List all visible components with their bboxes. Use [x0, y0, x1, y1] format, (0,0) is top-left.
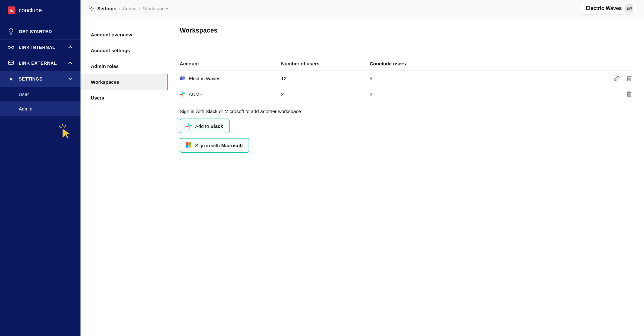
subnav-account-settings[interactable]: Account settings — [80, 43, 168, 58]
account-name: Electric Waves — [586, 5, 622, 11]
add-to-slack-button[interactable]: Add to Slack — [180, 119, 230, 133]
svg-line-10 — [65, 125, 66, 127]
nav-label: Link Internal — [19, 45, 63, 50]
signin-hint: Sign in with Slack or Microsoft to add a… — [180, 109, 632, 114]
crumb-workspaces[interactable]: Workspaces — [143, 6, 169, 11]
svg-point-6 — [12, 62, 13, 63]
svg-rect-22 — [180, 94, 182, 95]
logo-icon: /c — [8, 6, 15, 14]
subnav-users[interactable]: Users — [80, 90, 168, 106]
message-icon — [8, 60, 14, 66]
svg-rect-31 — [186, 145, 189, 148]
svg-line-8 — [62, 124, 63, 126]
main-area: Settings / Admin / Workspaces Electric W… — [80, 0, 644, 336]
workspace-name: ACME — [189, 91, 203, 97]
edit-icon[interactable] — [614, 75, 620, 82]
brand-logo[interactable]: /c conclude — [0, 0, 80, 24]
crumb-admin[interactable]: Admin — [123, 6, 137, 11]
svg-rect-28 — [186, 126, 189, 127]
svg-rect-20 — [183, 93, 185, 94]
svg-rect-29 — [186, 142, 189, 145]
svg-rect-13 — [182, 77, 185, 80]
crumb-sep: / — [119, 6, 120, 11]
slack-icon — [186, 123, 192, 129]
breadcrumb: Settings / Admin / Workspaces — [88, 5, 169, 12]
cell-conclude: 2 — [370, 91, 436, 97]
workspace-name: Electric Waves — [189, 76, 221, 81]
table-row: ACME 2 2 — [180, 86, 632, 102]
subnav-workspaces[interactable]: Workspaces — [80, 74, 168, 90]
sign-in-microsoft-button[interactable]: Sign in with Microsoft — [180, 138, 249, 153]
trash-icon[interactable] — [626, 75, 632, 82]
chevron-up-icon — [68, 61, 73, 66]
nav-label: Settings — [19, 76, 63, 82]
microsoft-icon — [186, 142, 192, 148]
svg-line-9 — [59, 126, 61, 128]
svg-point-5 — [11, 62, 11, 63]
content: Workspaces Account Number of users Concl… — [168, 17, 644, 336]
table-header: Account Number of users Conclude users — [180, 57, 632, 71]
svg-rect-12 — [180, 77, 183, 80]
header-conclude: Conclude users — [370, 61, 436, 66]
button-label: Sign in with Microsoft — [195, 143, 243, 148]
cell-conclude: 5 — [370, 76, 436, 81]
header-account: Account — [180, 61, 281, 66]
workspaces-table: Account Number of users Conclude users E… — [180, 57, 632, 102]
nav-link-internal[interactable]: Link Internal — [0, 40, 80, 55]
svg-rect-27 — [189, 126, 190, 129]
chevron-up-icon — [68, 45, 73, 50]
sidebar-item-admin[interactable]: Admin — [0, 101, 80, 116]
top-bar: Settings / Admin / Workspaces Electric W… — [80, 0, 644, 17]
svg-point-14 — [183, 76, 185, 77]
svg-point-11 — [91, 8, 92, 9]
chevron-down-icon — [68, 76, 73, 82]
crumb-settings[interactable]: Settings — [97, 6, 116, 11]
nav-get-started[interactable]: Get Started — [0, 24, 80, 40]
nav-label: Get Started — [19, 29, 73, 34]
svg-point-15 — [181, 76, 182, 77]
slack-icon — [180, 91, 185, 97]
svg-rect-21 — [182, 94, 183, 97]
nav-settings[interactable]: Settings — [0, 71, 80, 87]
lightbulb-icon — [8, 28, 14, 35]
brand-name: conclude — [19, 7, 42, 14]
cell-users: 2 — [281, 91, 370, 97]
trash-icon[interactable] — [626, 91, 632, 97]
nav-link-external[interactable]: Link External — [0, 55, 80, 71]
settings-subnav: Account overview Account settings Admin … — [80, 17, 168, 336]
link-icon — [8, 44, 14, 51]
subnav-account-overview[interactable]: Account overview — [80, 27, 168, 43]
svg-rect-32 — [189, 145, 192, 148]
header-users: Number of users — [281, 61, 370, 66]
sidebar: /c conclude Get Started Link Internal Li… — [0, 0, 80, 336]
sidebar-item-user[interactable]: User — [0, 87, 80, 101]
svg-rect-30 — [189, 142, 192, 145]
nav-label: Link External — [19, 61, 63, 66]
svg-point-4 — [9, 62, 10, 63]
svg-rect-25 — [188, 123, 189, 126]
page-title: Workspaces — [180, 27, 632, 44]
svg-rect-26 — [189, 125, 192, 126]
gear-icon — [8, 76, 14, 82]
svg-rect-19 — [182, 91, 183, 94]
button-label: Add to Slack — [195, 123, 223, 129]
teams-icon — [180, 75, 185, 81]
cell-users: 12 — [281, 76, 370, 81]
svg-point-7 — [10, 78, 12, 80]
account-switcher[interactable]: Electric Waves EW — [581, 2, 636, 15]
gear-icon — [88, 5, 95, 12]
crumb-sep: / — [139, 6, 140, 11]
subnav-admin-roles[interactable]: Admin roles — [80, 58, 168, 74]
cursor-indicator-icon — [58, 123, 72, 139]
avatar: EW — [625, 4, 633, 13]
table-row: Electric Waves 12 5 — [180, 71, 632, 86]
